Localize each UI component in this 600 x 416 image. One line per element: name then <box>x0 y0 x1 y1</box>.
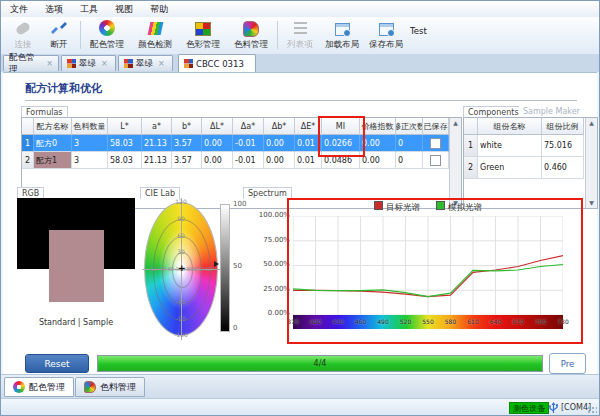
close-icon[interactable]: × <box>46 59 53 68</box>
saved-checkbox[interactable] <box>430 155 441 166</box>
pre-button[interactable]: Pre <box>549 353 586 374</box>
cell: 0.00 <box>264 152 295 169</box>
x-tick-label: 430 <box>332 315 343 329</box>
tab-cbcc-0313[interactable]: CBCC 0313 <box>178 54 256 72</box>
col-header[interactable]: 组份比例 <box>542 118 584 135</box>
x-tick-label: 610 <box>467 315 478 329</box>
x-tick-label: 670 <box>512 315 523 329</box>
divider <box>25 100 577 101</box>
col-header[interactable]: Δb* <box>264 118 295 135</box>
dock-tab-label: 色料管理 <box>100 381 136 394</box>
col-header[interactable]: Δa* <box>233 118 264 135</box>
col-header[interactable]: a* <box>142 118 172 135</box>
disconnect-button[interactable]: 断开 <box>43 19 75 52</box>
cell: -0.01 <box>233 152 264 169</box>
row-number: 1 <box>22 135 34 152</box>
color-matching-button[interactable]: 配色管理 <box>85 19 129 52</box>
menu-tools[interactable]: 工具 <box>80 3 98 16</box>
x-tick-label: 640 <box>490 315 501 329</box>
component-name-cell: white <box>478 135 542 157</box>
page-content: 配方计算和优化 Formulas 配方名称 色料数量 L* a* b* ΔL* … <box>3 72 597 375</box>
col-header[interactable]: 组份名称 <box>478 118 542 135</box>
y-tick-label: 25.00% <box>250 285 290 293</box>
cell: 0 <box>396 152 423 169</box>
scroll-down-icon[interactable]: ▼ <box>589 198 594 208</box>
connect-button[interactable]: 连接 <box>7 19 39 52</box>
b-axis-tick: 60 <box>177 232 185 239</box>
dock-tab-colorant-manage[interactable]: 色料管理 <box>75 377 145 397</box>
col-header[interactable]: L* <box>108 118 142 135</box>
toolbar: 连接 断开 配色管理 颜色检测 色彩管理 色料管理 列表项 <box>1 17 599 55</box>
sample-swatch <box>49 230 104 302</box>
corner-cell <box>464 118 478 135</box>
saved-checkbox[interactable] <box>430 138 441 149</box>
resize-grip[interactable] <box>587 406 597 416</box>
cielab-panel-label: CIE Lab <box>140 187 180 199</box>
connect-label: 连接 <box>15 39 32 51</box>
lightness-slider-handle[interactable] <box>214 261 219 267</box>
legend-label: 模拟光谱 <box>448 202 482 212</box>
menu-view[interactable]: 视图 <box>115 3 133 16</box>
menu-options[interactable]: 选项 <box>45 3 63 16</box>
x-tick-label: 550 <box>422 315 433 329</box>
cell: 3.57 <box>172 152 202 169</box>
color-manage-button[interactable]: 色彩管理 <box>181 19 225 52</box>
scroll-up-icon[interactable]: ▲ <box>453 118 458 128</box>
sample-maker-tab[interactable]: Sample Maker <box>519 106 584 117</box>
components-table: 组份名称 组份比例 1 white 75.016 2 Green 0.460 ▲… <box>463 117 598 209</box>
col-header[interactable]: MI <box>322 118 360 135</box>
table-row[interactable]: 2 配方1 3 58.03 21.13 3.57 0.00 -0.01 0.00… <box>22 152 461 169</box>
colorant-manage-button[interactable]: 色料管理 <box>229 19 273 52</box>
table-row[interactable]: 1 配方0 3 58.03 21.13 3.57 0.00 -0.01 0.00… <box>22 135 461 152</box>
close-icon[interactable]: × <box>158 59 165 68</box>
tab-emerald-2[interactable]: 翠绿 × <box>118 55 173 71</box>
component-ratio-cell: 75.016 <box>542 135 584 157</box>
color-position-marker: + <box>178 263 186 273</box>
col-header[interactable]: 已保存 <box>423 118 449 135</box>
tab-color-matching[interactable]: 配色管理 × <box>3 55 59 71</box>
col-header[interactable]: b* <box>172 118 202 135</box>
menu-bar: 文件 选项 工具 视图 帮助 <box>1 1 599 18</box>
col-header[interactable]: 色料数量 <box>72 118 108 135</box>
cell: 21.13 <box>142 135 172 152</box>
mi-cell: 0.0486 <box>322 152 360 169</box>
save-layout-button[interactable]: 保存布局 <box>365 19 407 52</box>
close-icon[interactable]: × <box>101 59 108 68</box>
b-axis-tick: -60 <box>176 298 186 305</box>
col-header[interactable]: 修正次数 <box>396 118 423 135</box>
menu-help[interactable]: 帮助 <box>150 3 168 16</box>
table-row[interactable]: 1 white 75.016 <box>464 135 597 157</box>
color-detect-button[interactable]: 颜色检测 <box>133 19 177 52</box>
colorant-manage-label: 色料管理 <box>234 39 268 51</box>
color-detect-icon <box>147 22 163 35</box>
scroll-up-icon[interactable]: ▲ <box>589 118 594 128</box>
formulas-scrollbar[interactable]: ▲ ▼ <box>449 118 461 208</box>
x-tick-label: 370 <box>287 315 298 329</box>
simulated-series-swatch <box>436 201 445 210</box>
legend-item-simulated: 模拟光谱 <box>436 201 482 214</box>
x-tick-label: 730 <box>557 315 568 329</box>
col-header[interactable]: ΔL* <box>202 118 233 135</box>
list-items-button[interactable]: 列表项 <box>282 19 318 52</box>
reset-button[interactable]: Reset <box>25 354 89 373</box>
b-axis-tick: -120 <box>174 331 188 338</box>
cell: 0.00 <box>202 135 233 152</box>
col-header[interactable]: ΔE* <box>295 118 322 135</box>
load-layout-icon <box>335 23 350 36</box>
table-row[interactable]: 2 Green 0.460 <box>464 157 597 179</box>
b-axis-tick: 90 <box>177 215 185 222</box>
b-axis-tick: -90 <box>176 315 186 322</box>
tab-emerald-1[interactable]: 翠绿 × <box>61 55 116 71</box>
dock-tab-color-matching[interactable]: 配色管理 <box>4 377 74 397</box>
load-layout-button[interactable]: 加载布局 <box>321 19 363 52</box>
components-scrollbar[interactable]: ▲ ▼ <box>585 118 597 208</box>
color-doc-icon <box>184 59 193 68</box>
menu-file[interactable]: 文件 <box>10 3 28 16</box>
col-header[interactable]: 价格指数 <box>360 118 396 135</box>
toolbar-separator <box>277 21 278 49</box>
col-header[interactable]: 配方名称 <box>34 118 72 135</box>
cell: 0.00 <box>360 135 396 152</box>
legend-label: 目标光谱 <box>386 202 420 212</box>
x-tick-labels: 370400430460490520550580610640670700730 <box>293 315 563 329</box>
formula-name-cell: 配方0 <box>34 135 72 152</box>
